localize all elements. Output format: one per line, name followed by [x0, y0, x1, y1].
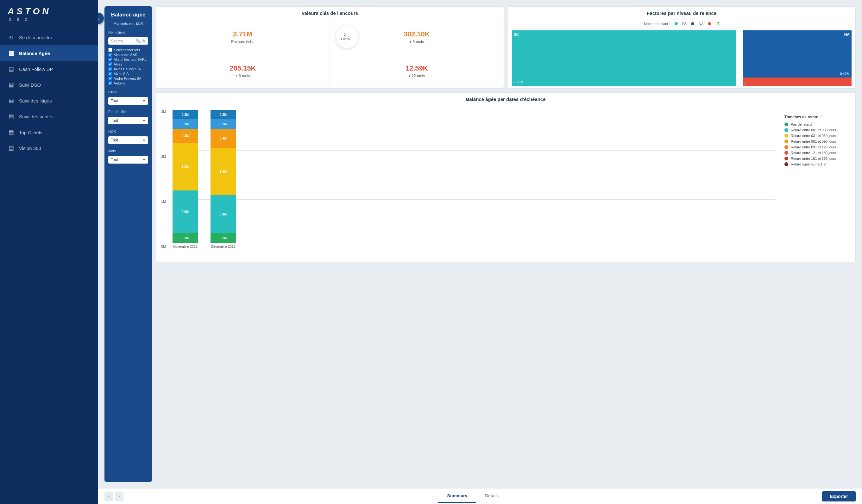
legend-color-2 — [784, 134, 788, 138]
seg-dec-3: 0.4M — [210, 129, 236, 148]
client-checkbox-6[interactable] — [108, 81, 112, 85]
tab-summary[interactable]: Summary — [438, 489, 476, 503]
sidebar-label-balance-agee: Balance Agée — [19, 51, 50, 56]
legend-color-5 — [784, 151, 788, 155]
seg-dec-0: 0.2M — [210, 233, 236, 243]
mois-select-wrapper[interactable]: Tout ▼ — [108, 156, 148, 163]
sidebar-item-top-clients[interactable]: ▤ Top Clients — [0, 124, 98, 140]
search-input[interactable] — [111, 39, 134, 43]
legend-label-ss: SS — [682, 22, 687, 26]
client-list: Sélectionner tout Alexandre SARL Allard … — [108, 48, 148, 85]
client-checkbox-3[interactable] — [108, 67, 112, 71]
edit-icon[interactable]: ✎ — [142, 39, 146, 43]
sidebar-label-suivi-dso: Suivi DSO — [19, 82, 41, 88]
valeur-label-2: + 6 mois — [236, 74, 250, 78]
nom-client-label: Nom client — [108, 30, 148, 34]
prev-arrow-button[interactable]: ‹ — [104, 492, 113, 501]
sidebar-item-suivi-litiges[interactable]: ▤ Suivi des litiges — [0, 93, 98, 108]
logo-text: ASTON — [8, 6, 91, 16]
filter-panel: Balance âgée Montants en : EUR Nom clien… — [104, 6, 152, 482]
client-label-5: Andre Pruvost SA — [114, 77, 141, 80]
bar-lt-label: LT — [744, 82, 747, 85]
sidebar-label-vision-360: Vision 360 — [19, 146, 41, 151]
sidebar-item-suivi-dso[interactable]: ▤ Suivi DSO — [0, 77, 98, 93]
portefeuille-select-wrapper[interactable]: Tout ▼ — [108, 117, 148, 124]
sidebar-item-vision-360[interactable]: ▤ Vision 360 — [0, 140, 98, 156]
filiale-select[interactable]: Tout — [108, 97, 148, 105]
legend-title: Tranches de retard : — [784, 115, 847, 119]
client-item-4[interactable]: Alves S.A. — [108, 72, 148, 76]
valeur-amount-0: 2.71M — [233, 30, 252, 38]
client-item-2[interactable]: Alves — [108, 62, 148, 66]
select-all-checkbox[interactable] — [108, 48, 113, 52]
filter-subtitle: Montants en : EUR — [108, 22, 148, 25]
client-item-5[interactable]: Andre Pruvost SA — [108, 77, 148, 80]
filiale-select-wrapper[interactable]: Tout ▼ — [108, 97, 148, 105]
client-item-0[interactable]: Alexandre SARL — [108, 53, 148, 57]
tab-details[interactable]: Details — [476, 489, 507, 503]
select-all-label: Sélectionner tout — [114, 48, 140, 52]
legend-label-lt: LT — [716, 22, 719, 26]
select-all-row[interactable]: Sélectionner tout — [108, 48, 148, 52]
client-item-6[interactable]: Antoine — [108, 81, 148, 85]
logo-area: ASTON 3 6 0 — [0, 0, 98, 27]
seg-nov-label-4: 0.2M — [182, 122, 189, 126]
ndr-select-wrapper[interactable]: Tout ▼ — [108, 136, 148, 144]
ndr-select[interactable]: Tout — [108, 136, 148, 144]
client-checkbox-2[interactable] — [108, 62, 112, 66]
valeur-cell-2: 205.15K + 6 mois — [156, 54, 330, 88]
valeurs-panel: Valeurs clés de l'encours 2.71M Encours … — [156, 6, 504, 89]
seg-nov-label-5: 0.2M — [182, 113, 189, 117]
next-arrow-button[interactable]: › — [115, 492, 123, 501]
sidebar-label-top-clients: Top Clients — [19, 130, 42, 135]
legend-item-0: Pas de retard — [784, 122, 847, 126]
client-item-3[interactable]: Alves Baudry S.A. — [108, 67, 148, 71]
balance-icon: ▦ — [8, 50, 15, 57]
bar-na-amount: 0,42M — [745, 72, 850, 76]
client-checkbox-1[interactable] — [108, 57, 112, 62]
mois-select[interactable]: Tout — [108, 156, 148, 163]
client-checkbox-4[interactable] — [108, 72, 112, 76]
portefeuille-select[interactable]: Tout — [108, 117, 148, 124]
search-box[interactable]: 🔍 ✎ — [108, 37, 148, 44]
cash-icon: ▤ — [8, 66, 15, 72]
legend-item-1: Retard entre 001 et 030 jours — [784, 128, 847, 132]
sidebar: ASTON 3 6 0 ⎋ Se déconnecter ▦ Balance A… — [0, 0, 98, 504]
vision-icon: ▤ — [8, 145, 15, 151]
client-checkbox-5[interactable] — [108, 77, 112, 80]
factures-panel: Factures par niveau de relance Montant r… — [508, 6, 856, 89]
sidebar-item-suivi-ventes[interactable]: ▤ Suivi des ventes — [0, 108, 98, 124]
legend-label-4: Retard entre 091 et 120 jours — [791, 145, 836, 149]
valeur-label-0: Encours échu — [231, 40, 254, 44]
tabs-area: Summary Details — [438, 489, 507, 503]
sidebar-item-cash-follow-up[interactable]: ▤ Cash Follow UP — [0, 61, 98, 77]
bar-lt: LT — [743, 78, 851, 86]
search-icon: 🔍 — [136, 39, 141, 43]
valeur-cell-0: 2.71M Encours échu 2.... Encou... — [156, 20, 330, 54]
y-label-3: 3M — [161, 110, 171, 114]
factures-chart: SS 2,50M NA 0,42M LT — [508, 28, 856, 88]
more-options-button[interactable]: ... — [108, 470, 148, 477]
legend-prefix: Montant restant : — [644, 22, 670, 26]
y-label-1: 1M — [161, 200, 171, 203]
seg-dec-2: 1.0M — [210, 148, 236, 195]
legend-color-1 — [784, 128, 788, 132]
ndr-label: NDR — [108, 129, 148, 133]
nav-arrows: ‹ › — [104, 492, 123, 501]
bar-na-label: NA — [745, 32, 850, 37]
main-area: ‹ Balance âgée Montants en : EUR Nom cli… — [98, 0, 862, 504]
client-checkbox-0[interactable] — [108, 53, 112, 57]
legend-item-6: Retard entre 181 et 365 jours — [784, 157, 847, 160]
mois-label: Mois — [108, 149, 148, 153]
tooltip-label: Encou... — [341, 37, 353, 41]
legend-label-5: Retard entre 121 et 180 jours — [791, 151, 836, 155]
valeur-label-3: + 12 mois — [408, 74, 425, 78]
sidebar-item-deconnecter[interactable]: ⎋ Se déconnecter — [0, 30, 98, 45]
seg-nov-4: 0.2M — [172, 119, 198, 129]
balance-title: Balance âgée par dates d'échéance — [156, 93, 856, 106]
client-label-4: Alves S.A. — [114, 72, 130, 76]
seg-nov-label-3: 0.3M — [182, 134, 189, 138]
sidebar-item-balance-agee[interactable]: ▦ Balance Agée — [0, 45, 98, 61]
export-button[interactable]: Exporter — [822, 491, 856, 502]
client-item-1[interactable]: Allard Besnard SARL — [108, 57, 148, 62]
